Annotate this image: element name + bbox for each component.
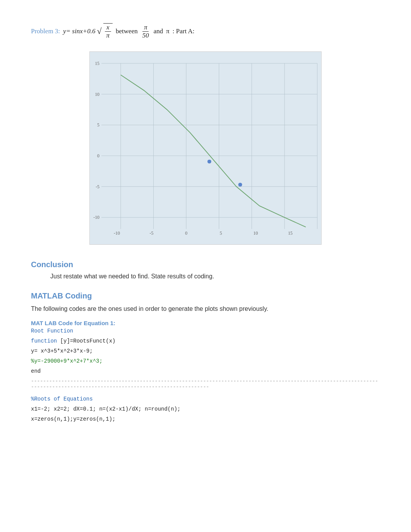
matlab-heading: MATLAB Coding bbox=[31, 292, 380, 300]
roots-label: %Roots of Equations bbox=[31, 396, 380, 402]
graph-image: -10 -5 0 5 10 15 -10 -5 0 5 10 15 bbox=[89, 51, 322, 245]
roots-code1: x1=-2; x2=2; dX=0.1; n=(x2-x1)/dX; n=rou… bbox=[31, 406, 380, 412]
formula: y= sinx+0.6 √ x π bbox=[63, 23, 113, 40]
equation1-label: MAT LAB Code for Equation 1: bbox=[31, 320, 380, 326]
root-function-block: Root Function bbox=[31, 328, 380, 334]
fraction2: π 50 bbox=[141, 24, 151, 40]
svg-text:0: 0 bbox=[185, 230, 187, 236]
radical-content: x π bbox=[103, 23, 113, 40]
function-code: [y]=RootsFunct(x) bbox=[57, 338, 115, 344]
svg-text:15: 15 bbox=[288, 230, 293, 236]
svg-rect-0 bbox=[90, 52, 321, 244]
code-line2: %y=-29000+9*x^2+7*x^3; bbox=[31, 358, 380, 364]
fraction1-top: x bbox=[105, 24, 111, 32]
svg-text:-10: -10 bbox=[114, 230, 120, 236]
problem-line: Problem 3: y= sinx+0.6 √ x π between π 5… bbox=[31, 23, 380, 40]
code-end: end bbox=[31, 368, 380, 374]
radical-symbol: √ bbox=[97, 27, 101, 36]
svg-text:-10: -10 bbox=[93, 215, 99, 220]
code-line2-green: %y=-29000+9*x^2+7*x^3; bbox=[31, 358, 103, 364]
graph-svg: -10 -5 0 5 10 15 -10 -5 0 5 10 15 bbox=[90, 52, 321, 244]
conclusion-section: Conclusion Just restate what we needed t… bbox=[31, 260, 380, 280]
svg-text:10: 10 bbox=[95, 91, 99, 97]
and-text: and bbox=[154, 27, 163, 35]
svg-text:15: 15 bbox=[95, 61, 99, 66]
graph-container: -10 -5 0 5 10 15 -10 -5 0 5 10 15 bbox=[89, 51, 322, 245]
function-keyword: function bbox=[31, 338, 57, 344]
svg-point-27 bbox=[238, 182, 242, 186]
svg-text:0: 0 bbox=[97, 153, 99, 159]
matlab-section: MATLAB Coding The following codes are th… bbox=[31, 292, 380, 422]
conclusion-body: Just restate what we needed to find. Sta… bbox=[50, 273, 380, 280]
function-line: function [y]=RootsFunct(x) bbox=[31, 338, 380, 344]
code-line1: y= x^3+5*x^2+3*x-9; bbox=[31, 348, 380, 354]
pi-symbol: π bbox=[166, 27, 170, 35]
matlab-intro: The following codes are the ones used in… bbox=[31, 304, 380, 314]
roots-label-text: %Roots of Equations bbox=[31, 396, 93, 402]
between-text: between bbox=[116, 27, 138, 35]
part-text: : Part A: bbox=[173, 27, 195, 35]
fraction1-bottom: π bbox=[105, 32, 111, 39]
fraction1: x π bbox=[105, 24, 111, 40]
problem-label: Problem 3: bbox=[31, 27, 60, 35]
roots-section: %Roots of Equations x1=-2; x2=2; dX=0.1;… bbox=[31, 396, 380, 422]
svg-text:5: 5 bbox=[97, 122, 99, 128]
svg-point-26 bbox=[207, 160, 211, 164]
svg-text:-5: -5 bbox=[96, 184, 99, 189]
fraction2-bottom: 50 bbox=[141, 32, 151, 39]
svg-text:10: 10 bbox=[253, 230, 258, 236]
formula-prefix: y= sinx+0.6 bbox=[63, 27, 95, 35]
svg-text:5: 5 bbox=[220, 230, 222, 236]
root-function-label: Root Function bbox=[31, 328, 73, 334]
conclusion-heading: Conclusion bbox=[31, 260, 380, 269]
roots-code2: x=zeros(n,1);y=zeros(n,1); bbox=[31, 416, 380, 422]
fraction2-top: π bbox=[142, 24, 149, 32]
divider-line: ----------------------------------------… bbox=[31, 378, 380, 390]
svg-text:-5: -5 bbox=[150, 230, 154, 236]
